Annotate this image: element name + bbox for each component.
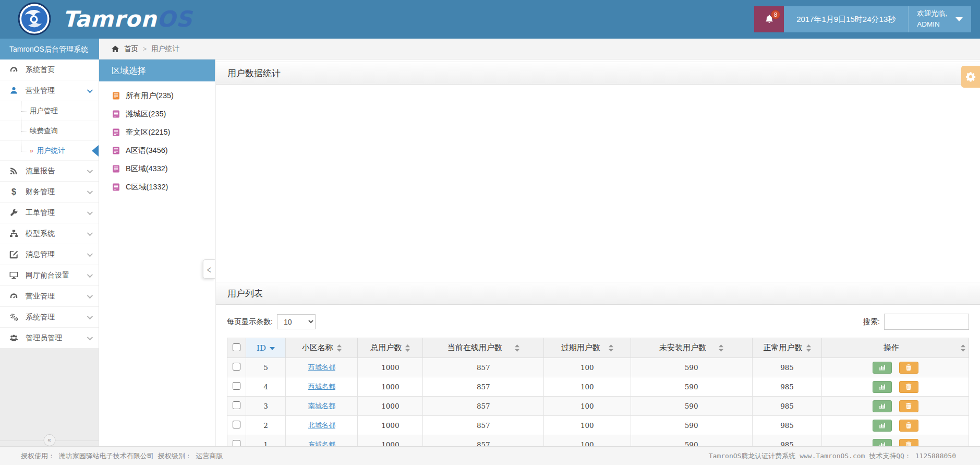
sidebar-item-admin-mgmt[interactable]: 管理员管理: [0, 328, 99, 349]
chart-button[interactable]: [873, 362, 892, 374]
region-item-b[interactable]: B区域(4332): [99, 160, 215, 178]
search-input[interactable]: [884, 314, 969, 330]
cell-online: 857: [423, 397, 544, 416]
region-item-weicheng[interactable]: 潍城区(235): [99, 105, 215, 123]
sidebar-item-portal-settings[interactable]: 网厅前台设置: [0, 265, 99, 286]
sort-icon: [609, 344, 613, 352]
chevron-left-icon: <: [207, 263, 211, 276]
cell-uninstalled: 590: [631, 416, 752, 435]
chart-button[interactable]: [873, 420, 892, 432]
row-checkbox[interactable]: [233, 382, 240, 390]
signal-icon: [9, 166, 19, 175]
col-header-actions[interactable]: 操作: [822, 338, 969, 358]
region-item-label: 潍城区(235): [126, 109, 166, 119]
cell-expired: 100: [544, 397, 631, 416]
delete-button[interactable]: [899, 420, 918, 432]
sidebar-item-label: 管理员管理: [26, 333, 62, 343]
settings-gear-button[interactable]: [961, 66, 980, 88]
brand-wordmark: TamronOS: [63, 6, 192, 32]
cell-uninstalled: 590: [631, 397, 752, 416]
delete-button[interactable]: [899, 439, 918, 447]
sidebar-item-system-mgmt[interactable]: 系统管理: [0, 307, 99, 328]
col-header-uninstalled[interactable]: 未安装用户数: [631, 338, 752, 358]
notifications-button[interactable]: 8: [754, 6, 784, 32]
community-link[interactable]: 西城名都: [308, 363, 335, 371]
chart-button[interactable]: [873, 439, 892, 447]
chart-button[interactable]: [873, 381, 892, 393]
region-item-label: A区语(3456): [126, 146, 168, 156]
sidebar-item-message-mgmt[interactable]: 消息管理: [0, 244, 99, 265]
brand-logo[interactable]: TamronOS: [18, 2, 192, 35]
sidebar-item-traffic-report[interactable]: 流量报告: [0, 161, 99, 182]
sidebar-item-finance-mgmt[interactable]: $ 财务管理: [0, 182, 99, 202]
region-item-a[interactable]: A区语(3456): [99, 141, 215, 160]
col-label: 过期用户数: [561, 343, 600, 352]
sidebar-collapse-button[interactable]: «: [43, 434, 55, 446]
col-header-online[interactable]: 当前在线用户数: [423, 338, 544, 358]
delete-button[interactable]: [899, 381, 918, 393]
sort-icon: [719, 344, 723, 352]
sidebar-item-workorder-mgmt[interactable]: 工单管理: [0, 202, 99, 223]
sidebar-item-label: 系统首页: [26, 65, 55, 75]
col-header-id[interactable]: ID: [246, 338, 286, 358]
sort-icon: [806, 344, 811, 352]
region-item-kuiwen[interactable]: 奎文区(2215): [99, 123, 215, 141]
region-item-all-users[interactable]: 所有用户(235): [99, 87, 215, 105]
main-content: 用户数据统计 用户列表 每页显示条数: 10 搜索:: [216, 59, 980, 446]
per-page-select[interactable]: 10: [277, 314, 316, 329]
sidebar-item-business-mgmt-2[interactable]: 营业管理: [0, 286, 99, 307]
select-all-checkbox[interactable]: [233, 343, 240, 351]
bar-chart-icon: [878, 402, 886, 410]
gauge-icon: [9, 65, 19, 74]
community-link[interactable]: 北城名都: [308, 421, 335, 429]
col-header-total[interactable]: 总用户数: [358, 338, 423, 358]
row-checkbox[interactable]: [233, 401, 240, 409]
gear-icon: [965, 71, 976, 82]
community-link[interactable]: 南城名都: [308, 402, 335, 410]
chevron-down-icon: [87, 313, 93, 319]
col-header-name[interactable]: 小区名称: [286, 338, 358, 358]
col-header-expired[interactable]: 过期用户数: [544, 338, 631, 358]
user-menu[interactable]: 欢迎光临, ADMIN: [908, 6, 971, 32]
sitemap-icon: [9, 229, 19, 238]
cell-normal: 985: [752, 377, 822, 397]
edit-icon: [9, 250, 19, 259]
active-item-arrow-icon: [92, 145, 99, 157]
user-list-panel: 用户列表 每页显示条数: 10 搜索:: [216, 282, 980, 446]
region-collapse-handle[interactable]: <: [203, 259, 215, 279]
chevron-down-icon: [87, 188, 93, 194]
col-header-normal[interactable]: 正常用户数: [752, 338, 822, 358]
stats-panel-title: 用户数据统计: [216, 62, 980, 85]
delete-button[interactable]: [899, 400, 918, 412]
row-checkbox[interactable]: [233, 421, 240, 428]
trash-icon: [905, 383, 912, 390]
row-checkbox[interactable]: [233, 363, 240, 371]
datetime-display: 2017年1月9日15时24分13秒: [784, 6, 908, 32]
brand-text-primary: Tamron: [63, 6, 157, 32]
region-item-c[interactable]: C区域(1332): [99, 178, 215, 196]
table-row: 2 北城名都 1000 857 100 590 985: [227, 416, 969, 435]
region-panel-title: 区域选择: [99, 59, 215, 81]
sidebar-item-label: 消息管理: [26, 250, 55, 259]
table-toolbar: 每页显示条数: 10 搜索:: [227, 314, 969, 330]
breadcrumb-home[interactable]: 首页: [124, 44, 138, 54]
cell-online: 857: [423, 377, 544, 397]
sidebar-item-system-home[interactable]: 系统首页: [0, 59, 99, 80]
cell-total: 1000: [358, 377, 423, 397]
chart-button[interactable]: [873, 400, 892, 412]
sidebar-subitem-user-mgmt[interactable]: 用户管理: [0, 101, 99, 121]
community-link[interactable]: 东城名都: [308, 440, 335, 446]
sidebar-subitem-user-stats[interactable]: »用户统计: [0, 141, 99, 161]
sidebar-item-business-mgmt[interactable]: 营业管理: [0, 80, 99, 101]
sidebar-subitem-renewal-query[interactable]: 续费查询: [0, 121, 99, 141]
row-checkbox[interactable]: [233, 440, 240, 446]
gears-icon: [9, 313, 19, 321]
sidebar-footer-area: «: [0, 349, 99, 446]
home-icon: [111, 45, 119, 53]
delete-button[interactable]: [899, 362, 918, 374]
cell-id: 1: [246, 435, 286, 447]
dollar-icon: $: [9, 187, 19, 196]
sidebar-item-model-system[interactable]: 模型系统: [0, 223, 99, 244]
community-link[interactable]: 西城名都: [308, 383, 335, 390]
trash-icon: [905, 364, 912, 371]
